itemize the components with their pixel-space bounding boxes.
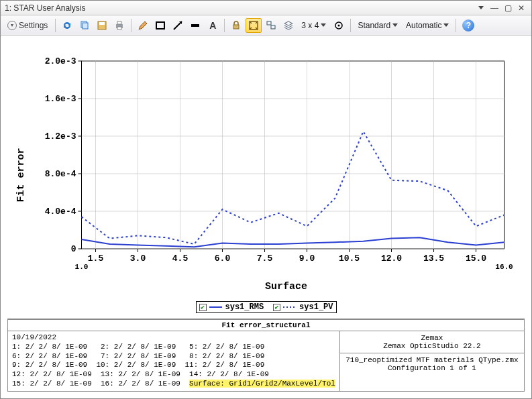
file-name: 710_reoptimized MTF materials QType.zmx (343, 356, 521, 364)
software-name: Zemax (343, 334, 521, 342)
svg-text:12.0: 12.0 (381, 253, 402, 264)
separator (456, 19, 456, 32)
minimize-button[interactable]: — (488, 3, 500, 13)
svg-text:6.0: 6.0 (215, 253, 231, 264)
line-tool-button[interactable] (170, 18, 186, 33)
help-button[interactable]: ? (460, 18, 477, 33)
info-row: 12: 2/ 2/ 8/ 1E-09 13: 2/ 2/ 8/ 1E-09 14… (12, 370, 335, 380)
svg-rect-1 (83, 23, 88, 29)
titlebar: 1: STAR User Analysis — ▢ ✕ (1, 1, 531, 15)
rectangle-icon (155, 20, 166, 31)
info-right: Zemax Zemax OpticStudio 22.2 710_reoptim… (339, 331, 524, 391)
info-panel: Fit error_structural 10/19/2022 1: 2/ 2/… (7, 319, 525, 392)
text-icon: A (209, 20, 216, 31)
toolbar: ▾ Settings A 3 x 4 Standard Automatic (1, 15, 531, 36)
line-weight-icon (190, 20, 201, 31)
automatic-dropdown[interactable]: Automatic (403, 18, 452, 33)
software-version: Zemax OpticStudio 22.2 (343, 342, 521, 350)
arrow-icon (172, 20, 183, 31)
svg-text:9.0: 9.0 (299, 253, 315, 264)
svg-text:2.0e-3: 2.0e-3 (45, 56, 76, 66)
svg-rect-3 (99, 22, 105, 25)
info-body: 10/19/2022 1: 2/ 2/ 8/ 1E-09 2: 2/ 2/ 8/… (7, 331, 525, 392)
x-axis-label: Surface (265, 281, 307, 292)
svg-text:8.0e-4: 8.0e-4 (45, 169, 76, 179)
svg-text:4.5: 4.5 (172, 253, 189, 264)
svg-rect-13 (271, 25, 275, 29)
target-icon (333, 20, 344, 31)
chevron-down-icon: ▾ (7, 21, 17, 30)
legend-check-2[interactable]: ✔ (273, 304, 280, 311)
plot-area: Fit error Surface 04.0e-48.0e-41.2e-31.6… (1, 36, 531, 398)
windows-icon (266, 20, 276, 31)
svg-text:16.0: 16.0 (495, 263, 513, 271)
copy-icon (79, 20, 90, 31)
fit-icon (248, 20, 259, 31)
legend-label-2: sys1_PV (299, 302, 333, 312)
print-button[interactable] (111, 18, 127, 33)
lock-button[interactable] (228, 18, 244, 33)
y-axis-label: Fit error (15, 148, 27, 202)
target-button[interactable] (331, 18, 347, 33)
info-header: Fit error_structural (7, 320, 525, 331)
separator (224, 19, 225, 32)
plot-box: 04.0e-48.0e-41.2e-31.6e-32.0e-31.53.04.5… (45, 56, 513, 271)
grid-layout-dropdown[interactable]: 3 x 4 (298, 18, 329, 33)
caret-icon (478, 6, 484, 9)
svg-text:1.5: 1.5 (88, 253, 104, 264)
svg-rect-16 (82, 61, 504, 249)
dropdown-button[interactable] (475, 3, 487, 13)
grid-layout-label: 3 x 4 (301, 21, 319, 30)
lock-icon (231, 20, 242, 31)
close-button[interactable]: ✕ (515, 3, 527, 13)
svg-text:4.0e-4: 4.0e-4 (45, 207, 76, 217)
svg-rect-10 (233, 25, 239, 29)
svg-text:3.0: 3.0 (130, 253, 146, 264)
save-button[interactable] (94, 18, 110, 33)
info-row: 1: 2/ 2/ 8/ 1E-09 2: 2/ 2/ 8/ 1E-09 5: 2… (12, 343, 335, 352)
pencil-tool-button[interactable] (135, 18, 151, 33)
caret-icon (321, 23, 326, 27)
text-tool-button[interactable]: A (205, 18, 221, 33)
separator (55, 19, 56, 32)
caret-icon (392, 23, 398, 27)
svg-rect-6 (117, 27, 121, 30)
window-title: 1: STAR User Analysis (5, 3, 474, 13)
info-left: 10/19/2022 1: 2/ 2/ 8/ 1E-09 2: 2/ 2/ 8/… (8, 331, 339, 391)
svg-text:1.0: 1.0 (75, 263, 89, 271)
info-right-box-1: Zemax Zemax OpticStudio 22.2 (340, 331, 524, 353)
svg-point-15 (338, 24, 340, 26)
legend-check-1[interactable]: ✔ (199, 304, 207, 311)
caret-icon (443, 23, 449, 27)
svg-text:13.5: 13.5 (423, 253, 444, 264)
standard-dropdown[interactable]: Standard (354, 18, 401, 33)
rectangle-tool-button[interactable] (152, 18, 168, 33)
settings-label: Settings (19, 21, 48, 30)
svg-rect-7 (156, 22, 164, 29)
separator (350, 19, 351, 32)
maximize-button[interactable]: ▢ (502, 3, 514, 13)
svg-text:1.2e-3: 1.2e-3 (45, 131, 76, 141)
info-right-box-2: 710_reoptimized MTF materials QType.zmx … (340, 353, 524, 375)
fit-view-button[interactable] (246, 18, 262, 33)
standard-label: Standard (358, 21, 390, 30)
copy-button[interactable] (76, 18, 93, 33)
layers-icon (283, 20, 294, 31)
windows-button[interactable] (263, 18, 279, 33)
info-row: 15: 2/ 2/ 8/ 1E-09 16: 2/ 2/ 8/ 1E-09 Su… (12, 380, 335, 389)
svg-text:15.0: 15.0 (466, 253, 486, 264)
pencil-icon (138, 20, 148, 31)
settings-expand-button[interactable]: ▾ Settings (3, 18, 52, 33)
save-icon (97, 20, 107, 31)
svg-rect-5 (117, 21, 121, 24)
chart: Fit error Surface 04.0e-48.0e-41.2e-31.6… (7, 41, 525, 296)
legend: ✔ sys1_RMS ✔ sys1_PV (196, 301, 337, 313)
info-date: 10/19/2022 (12, 333, 335, 343)
layers-button[interactable] (280, 18, 297, 33)
info-row: 9: 2/ 2/ 8/ 1E-09 10: 2/ 2/ 8/ 1E-09 11:… (12, 361, 335, 370)
separator (131, 19, 131, 32)
automatic-label: Automatic (406, 21, 441, 30)
legend-line-solid (209, 304, 223, 310)
refresh-button[interactable] (59, 18, 75, 33)
weight-tool-button[interactable] (187, 18, 203, 33)
